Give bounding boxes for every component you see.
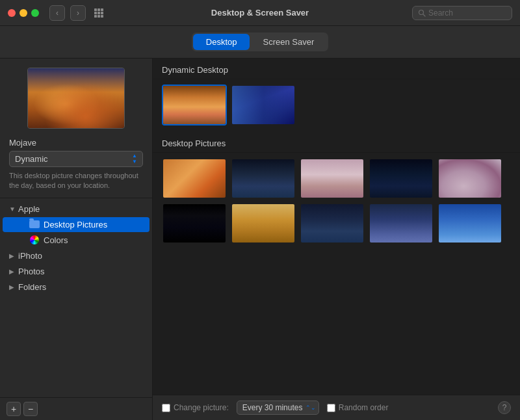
random-order-label: Random order xyxy=(327,403,389,412)
thumb-dp3[interactable] xyxy=(300,158,365,199)
colors-icon xyxy=(29,235,40,244)
sidebar-item-photos[interactable]: ▶ Photos xyxy=(3,264,150,279)
desktop-pictures-grid xyxy=(153,153,520,250)
forward-button[interactable]: › xyxy=(70,5,86,21)
thumb-dp2[interactable] xyxy=(231,158,296,199)
dynamic-desktop-header: Dynamic Desktop xyxy=(153,59,520,79)
mojave-label: Mojave xyxy=(9,138,143,148)
folder-icon xyxy=(29,220,40,229)
thumb-dp5[interactable] xyxy=(437,158,502,199)
thumb-dp6[interactable] xyxy=(162,203,227,244)
arrow-icon: ▼ xyxy=(9,205,18,213)
bottom-left: Change picture: Every 5 seconds Every mi… xyxy=(162,400,489,415)
back-button[interactable]: ‹ xyxy=(49,5,65,21)
sidebar-item-folders[interactable]: ▶ Folders xyxy=(3,280,150,295)
titlebar: ‹ › Desktop & Screen Saver xyxy=(0,0,520,26)
grid-view-button[interactable] xyxy=(91,5,107,21)
thumb-dp9[interactable] xyxy=(369,203,434,244)
sidebar-item-label: Desktop Pictures xyxy=(44,220,107,230)
titlebar-left: ‹ › xyxy=(8,5,107,21)
change-interval-select[interactable]: Every 5 seconds Every minute Every 5 min… xyxy=(237,400,319,415)
maximize-button[interactable] xyxy=(31,9,39,17)
content-area: Dynamic Desktop Desktop Pictures xyxy=(153,59,520,395)
sidebar-bottom: + − xyxy=(0,397,152,420)
mojave-description: This desktop picture changes throughout … xyxy=(9,171,143,191)
bottom-bar: Change picture: Every 5 seconds Every mi… xyxy=(153,395,520,420)
thumb-mojave-day[interactable] xyxy=(162,85,227,125)
thumb-mojave-night[interactable] xyxy=(231,85,296,125)
sidebar-item-label: Folders xyxy=(18,282,46,292)
sidebar-tree: ▼ Apple Desktop Pictures Colors xyxy=(0,198,152,397)
search-input[interactable] xyxy=(428,8,506,18)
sidebar-item-desktop-pictures[interactable]: Desktop Pictures xyxy=(3,217,150,232)
thumb-image xyxy=(232,86,294,124)
sidebar-item-colors[interactable]: Colors xyxy=(3,233,150,248)
arrow-icon: ▶ xyxy=(9,252,18,259)
sidebar-item-label: Photos xyxy=(18,267,44,276)
dropdown-arrows-icon: ▲ ▼ xyxy=(132,153,137,164)
preview-image-inner xyxy=(28,68,124,128)
close-button[interactable] xyxy=(8,9,16,17)
sidebar-item-label: Apple xyxy=(18,204,40,214)
thumb-dp7[interactable] xyxy=(231,203,296,244)
add-button[interactable]: + xyxy=(6,402,21,416)
svg-point-0 xyxy=(419,10,424,14)
body: Mojave Dynamic ▲ ▼ This desktop picture … xyxy=(0,59,520,420)
thumb-dp4[interactable] xyxy=(369,158,434,199)
mojave-section: Mojave Dynamic ▲ ▼ This desktop picture … xyxy=(0,138,152,198)
thumb-dp10[interactable] xyxy=(437,203,502,244)
tab-group: Desktop Screen Saver xyxy=(192,33,328,51)
desktop-pictures-header: Desktop Pictures xyxy=(153,132,520,152)
tab-screensaver[interactable]: Screen Saver xyxy=(250,34,327,50)
search-box[interactable] xyxy=(412,6,512,20)
sidebar-item-label: Colors xyxy=(44,235,68,245)
change-picture-label: Change picture: xyxy=(162,403,229,412)
tabs-bar: Desktop Screen Saver xyxy=(0,26,520,59)
sidebar-item-iphoto[interactable]: ▶ iPhoto xyxy=(3,248,150,263)
tab-desktop[interactable]: Desktop xyxy=(193,34,250,50)
arrow-icon: ▶ xyxy=(9,268,18,275)
change-interval-dropdown-wrap[interactable]: Every 5 seconds Every minute Every 5 min… xyxy=(237,400,319,415)
sidebar: Mojave Dynamic ▲ ▼ This desktop picture … xyxy=(0,59,153,420)
random-order-checkbox[interactable] xyxy=(327,404,335,412)
minimize-button[interactable] xyxy=(20,9,27,17)
preview-area xyxy=(0,59,152,138)
dynamic-desktop-grid xyxy=(153,79,520,132)
sidebar-item-label: iPhoto xyxy=(18,251,42,261)
main-panel: Desktop Screen Saver Mojave Dynamic ▲ ▼ xyxy=(0,26,520,420)
sidebar-item-apple[interactable]: ▼ Apple xyxy=(3,202,150,217)
traffic-lights xyxy=(8,9,39,17)
thumb-dp1[interactable] xyxy=(162,158,227,199)
thumb-dp8[interactable] xyxy=(300,203,365,244)
window-title: Desktop & Screen Saver xyxy=(211,8,309,18)
thumb-image xyxy=(163,86,226,124)
grid-icon xyxy=(94,8,103,18)
remove-button[interactable]: − xyxy=(23,402,38,416)
desktop-preview xyxy=(27,68,125,129)
change-picture-checkbox[interactable] xyxy=(162,404,170,412)
dynamic-dropdown[interactable]: Dynamic ▲ ▼ xyxy=(9,151,143,167)
arrow-icon: ▶ xyxy=(9,283,18,291)
svg-line-1 xyxy=(423,14,425,16)
help-button[interactable]: ? xyxy=(498,401,511,414)
search-icon xyxy=(418,9,426,17)
dropdown-value: Dynamic xyxy=(15,154,48,164)
